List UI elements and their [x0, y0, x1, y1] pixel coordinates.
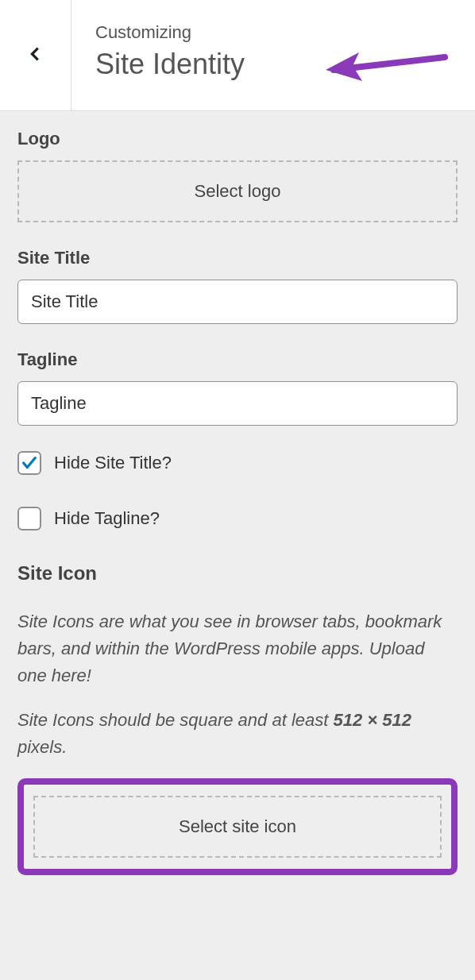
hide-tagline-row: Hide Tagline? — [17, 507, 458, 531]
customizer-header: Customizing Site Identity — [0, 0, 475, 111]
logo-label: Logo — [17, 129, 458, 149]
tagline-section: Tagline — [17, 349, 458, 426]
logo-section: Logo Select logo — [17, 129, 458, 222]
annotation-arrow-icon — [326, 46, 453, 97]
hide-site-title-checkbox[interactable] — [17, 451, 41, 475]
annotation-highlight-box: Select site icon — [17, 778, 458, 875]
select-logo-button[interactable]: Select logo — [17, 160, 458, 222]
site-icon-heading: Site Icon — [17, 562, 458, 585]
tagline-input[interactable] — [17, 381, 458, 426]
site-title-section: Site Title — [17, 248, 458, 324]
site-icon-desc2-suffix: pixels. — [17, 737, 67, 757]
site-icon-description-2: Site Icons should be square and at least… — [17, 707, 458, 761]
site-title-label: Site Title — [17, 248, 458, 268]
site-icon-description-1: Site Icons are what you see in browser t… — [17, 608, 458, 689]
tagline-label: Tagline — [17, 349, 458, 370]
back-button[interactable] — [0, 0, 71, 110]
select-site-icon-button[interactable]: Select site icon — [33, 796, 442, 858]
header-subtitle: Customizing — [95, 22, 451, 43]
hide-site-title-row: Hide Site Title? — [17, 451, 458, 475]
site-title-input[interactable] — [17, 280, 458, 324]
hide-tagline-label[interactable]: Hide Tagline? — [54, 508, 160, 529]
site-icon-desc2-prefix: Site Icons should be square and at least — [17, 710, 333, 730]
customizer-content: Logo Select logo Site Title Tagline Hide… — [0, 111, 475, 893]
hide-tagline-checkbox[interactable] — [17, 507, 41, 531]
site-icon-desc2-bold: 512 × 512 — [333, 710, 411, 730]
chevron-left-icon — [27, 45, 44, 66]
hide-site-title-label[interactable]: Hide Site Title? — [54, 453, 172, 473]
header-titles: Customizing Site Identity — [71, 0, 475, 110]
